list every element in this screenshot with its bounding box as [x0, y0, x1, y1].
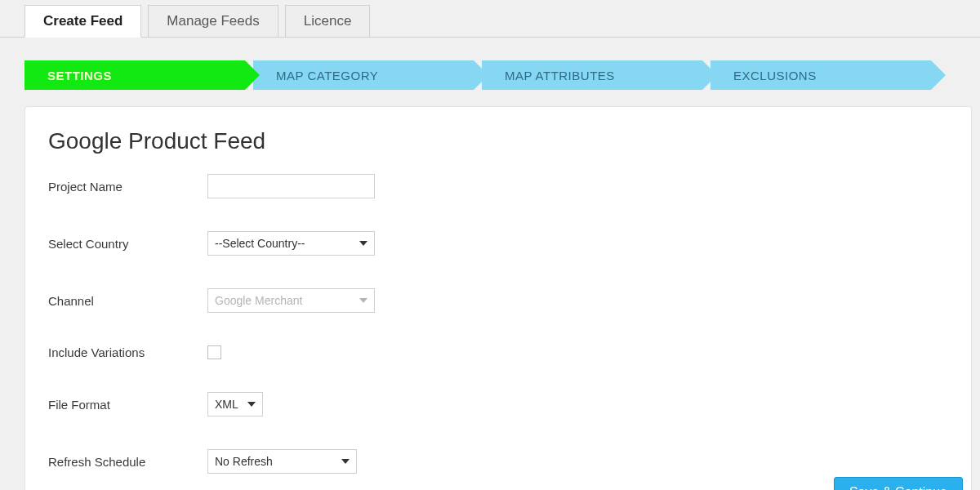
refresh-schedule-dropdown[interactable]: No Refresh — [207, 449, 357, 474]
row-include-variations: Include Variations — [48, 345, 948, 359]
channel-dropdown: Google Merchant — [207, 288, 375, 313]
panel-title: Google Product Feed — [48, 128, 948, 154]
step-exclusions[interactable]: EXCLUSIONS — [710, 60, 931, 90]
row-project-name: Project Name — [48, 174, 948, 198]
row-channel: Channel Google Merchant — [48, 288, 948, 313]
tab-manage-feeds[interactable]: Manage Feeds — [148, 5, 278, 37]
label-select-country: Select Country — [48, 237, 207, 251]
tab-licence[interactable]: Licence — [285, 5, 371, 37]
label-channel: Channel — [48, 294, 207, 308]
row-file-format: File Format XML — [48, 392, 948, 416]
chevron-down-icon — [359, 241, 368, 246]
step-breadcrumb: SETTINGS MAP CATEGORY MAP ATTRIBUTES EXC… — [24, 60, 980, 90]
step-map-attributes[interactable]: MAP ATTRIBUTES — [482, 60, 702, 90]
include-variations-checkbox[interactable] — [207, 345, 221, 359]
save-continue-button[interactable]: Save & Continue — [834, 477, 963, 490]
label-file-format: File Format — [48, 398, 207, 412]
project-name-input[interactable] — [207, 174, 375, 198]
row-refresh-schedule: Refresh Schedule No Refresh — [48, 449, 948, 474]
file-format-value: XML — [215, 398, 238, 411]
label-include-variations: Include Variations — [48, 345, 207, 359]
step-settings[interactable]: SETTINGS — [24, 60, 245, 90]
select-country-value: --Select Country-- — [215, 237, 305, 250]
chevron-down-icon — [359, 298, 368, 303]
step-map-category[interactable]: MAP CATEGORY — [253, 60, 474, 90]
label-project-name: Project Name — [48, 180, 207, 194]
tab-create-feed[interactable]: Create Feed — [24, 5, 141, 38]
chevron-down-icon — [341, 459, 350, 464]
label-refresh-schedule: Refresh Schedule — [48, 455, 207, 469]
row-select-country: Select Country --Select Country-- — [48, 231, 948, 256]
chevron-down-icon — [247, 402, 256, 407]
top-tabs: Create Feed Manage Feeds Licence — [0, 0, 980, 38]
refresh-schedule-value: No Refresh — [215, 455, 273, 468]
channel-value: Google Merchant — [215, 294, 302, 307]
settings-panel: Google Product Feed Project Name Select … — [24, 106, 972, 490]
file-format-dropdown[interactable]: XML — [207, 392, 263, 416]
select-country-dropdown[interactable]: --Select Country-- — [207, 231, 375, 256]
